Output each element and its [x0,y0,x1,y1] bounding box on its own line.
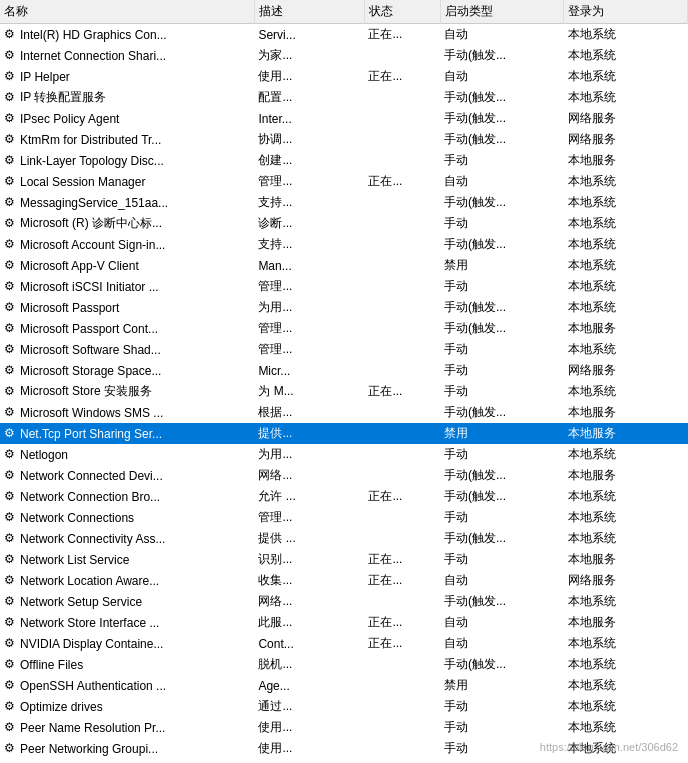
service-startup-cell: 自动 [440,633,564,654]
table-row[interactable]: ⚙Microsoft Software Shad...管理...手动本地系统 [0,339,688,360]
table-row[interactable]: ⚙Peer Name Resolution Pr...使用...手动本地系统 [0,717,688,738]
table-row[interactable]: ⚙Microsoft Passport为用...手动(触发...本地系统 [0,297,688,318]
service-name-cell: ⚙Internet Connection Shari... [0,45,254,66]
service-icon: ⚙ [4,321,18,335]
service-login-cell: 本地服务 [564,318,688,339]
service-desc-cell: 创建... [254,150,364,171]
service-desc-cell: 为用... [254,297,364,318]
service-login-cell: 本地系统 [564,486,688,507]
service-icon: ⚙ [4,258,18,272]
service-icon: ⚙ [4,279,18,293]
service-status-cell [364,738,440,759]
service-desc-cell: 网络... [254,465,364,486]
service-login-cell: 本地系统 [564,87,688,108]
service-login-cell: 本地系统 [564,633,688,654]
table-row[interactable]: ⚙Network Connected Devi...网络...手动(触发...本… [0,465,688,486]
table-row[interactable]: ⚙NVIDIA Display Containe...Cont...正在...自… [0,633,688,654]
table-row[interactable]: ⚙Microsoft App-V ClientMan...禁用本地系统 [0,255,688,276]
service-name-cell: ⚙Microsoft (R) 诊断中心标... [0,213,254,234]
service-startup-cell: 手动(触发... [440,192,564,213]
service-icon: ⚙ [4,510,18,524]
service-status-cell [364,234,440,255]
table-row[interactable]: ⚙Microsoft Windows SMS ...根据...手动(触发...本… [0,402,688,423]
service-status-cell [364,444,440,465]
table-row[interactable]: ⚙Network List Service识别...正在...手动本地服务 [0,549,688,570]
service-name: Network Setup Service [20,595,142,609]
service-login-cell: 本地服务 [564,402,688,423]
service-desc-cell: 诊断... [254,213,364,234]
service-name: Internet Connection Shari... [20,49,166,63]
service-name: Network Connected Devi... [20,469,163,483]
service-desc-cell: 为用... [254,444,364,465]
service-startup-cell: 手动(触发... [440,87,564,108]
table-row[interactable]: ⚙MessagingService_151aa...支持...手动(触发...本… [0,192,688,213]
service-icon: ⚙ [4,594,18,608]
service-name-cell: ⚙NVIDIA Display Containe... [0,633,254,654]
service-startup-cell: 自动 [440,24,564,46]
table-row[interactable]: ⚙Network Store Interface ...此服...正在...自动… [0,612,688,633]
table-row[interactable]: ⚙Microsoft (R) 诊断中心标...诊断...手动本地系统 [0,213,688,234]
service-name: KtmRm for Distributed Tr... [20,133,161,147]
service-startup-cell: 手动(触发... [440,591,564,612]
table-row[interactable]: ⚙Intel(R) HD Graphics Con...Servi...正在..… [0,24,688,46]
col-header-name[interactable]: 名称 [0,0,254,24]
service-desc-cell: Micr... [254,360,364,381]
table-row[interactable]: ⚙Local Session Manager管理...正在...自动本地系统 [0,171,688,192]
service-name: Network Connections [20,511,134,525]
service-name-cell: ⚙Microsoft Software Shad... [0,339,254,360]
service-status-cell [364,297,440,318]
service-login-cell: 本地服务 [564,423,688,444]
services-table-container[interactable]: 名称 描述 状态 启动类型 登录为 ⚙Intel(R) HD Graphics … [0,0,688,763]
service-status-cell [364,45,440,66]
table-row[interactable]: ⚙IP 转换配置服务配置...手动(触发...本地系统 [0,87,688,108]
table-row[interactable]: ⚙Internet Connection Shari...为家...手动(触发.… [0,45,688,66]
service-startup-cell: 禁用 [440,423,564,444]
table-row[interactable]: ⚙Network Connection Bro...允许 ...正在...手动(… [0,486,688,507]
service-status-cell [364,339,440,360]
service-status-cell: 正在... [364,381,440,402]
service-name: Offline Files [20,658,83,672]
service-startup-cell: 手动 [440,276,564,297]
table-row[interactable]: ⚙OpenSSH Authentication ...Age...禁用本地系统 [0,675,688,696]
service-name-cell: ⚙MessagingService_151aa... [0,192,254,213]
table-row[interactable]: ⚙Network Setup Service网络...手动(触发...本地系统 [0,591,688,612]
table-row[interactable]: ⚙Microsoft Account Sign-in...支持...手动(触发.… [0,234,688,255]
service-login-cell: 本地系统 [564,24,688,46]
table-row[interactable]: ⚙Optimize drives通过...手动本地系统 [0,696,688,717]
service-startup-cell: 手动(触发... [440,528,564,549]
table-row[interactable]: ⚙Microsoft iSCSI Initiator ...管理...手动本地系… [0,276,688,297]
table-row[interactable]: ⚙Offline Files脱机...手动(触发...本地系统 [0,654,688,675]
table-row[interactable]: ⚙Microsoft Store 安装服务为 M...正在...手动本地系统 [0,381,688,402]
service-desc-cell: 使用... [254,738,364,759]
table-row[interactable]: ⚙IP Helper使用...正在...自动本地系统 [0,66,688,87]
col-header-startup[interactable]: 启动类型 [440,0,564,24]
service-icon: ⚙ [4,468,18,482]
table-row[interactable]: ⚙Network Connections管理...手动本地系统 [0,507,688,528]
col-header-login[interactable]: 登录为 [564,0,688,24]
col-header-status[interactable]: 状态 [364,0,440,24]
service-desc-cell: 网络... [254,591,364,612]
table-row[interactable]: ⚙Netlogon为用...手动本地系统 [0,444,688,465]
service-status-cell [364,276,440,297]
service-login-cell: 本地系统 [564,507,688,528]
table-row[interactable]: ⚙Microsoft Storage Space...Micr...手动网络服务 [0,360,688,381]
service-status-cell [364,255,440,276]
table-row[interactable]: ⚙Network Connectivity Ass...提供 ...手动(触发.… [0,528,688,549]
table-row[interactable]: ⚙Net.Tcp Port Sharing Ser...提供...禁用本地服务 [0,423,688,444]
table-row[interactable]: ⚙Microsoft Passport Cont...管理...手动(触发...… [0,318,688,339]
service-name-cell: ⚙Network Store Interface ... [0,612,254,633]
service-startup-cell: 手动 [440,549,564,570]
table-body: ⚙Intel(R) HD Graphics Con...Servi...正在..… [0,24,688,760]
col-header-desc[interactable]: 描述 [254,0,364,24]
table-row[interactable]: ⚙KtmRm for Distributed Tr...协调...手动(触发..… [0,129,688,150]
service-status-cell [364,129,440,150]
service-name: Microsoft iSCSI Initiator ... [20,280,159,294]
service-status-cell [364,87,440,108]
service-name-cell: ⚙Network Location Aware... [0,570,254,591]
service-startup-cell: 手动(触发... [440,654,564,675]
table-row[interactable]: ⚙Link-Layer Topology Disc...创建...手动本地服务 [0,150,688,171]
table-row[interactable]: ⚙IPsec Policy AgentInter...手动(触发...网络服务 [0,108,688,129]
service-login-cell: 本地系统 [564,213,688,234]
service-desc-cell: Man... [254,255,364,276]
table-row[interactable]: ⚙Network Location Aware...收集...正在...自动网络… [0,570,688,591]
